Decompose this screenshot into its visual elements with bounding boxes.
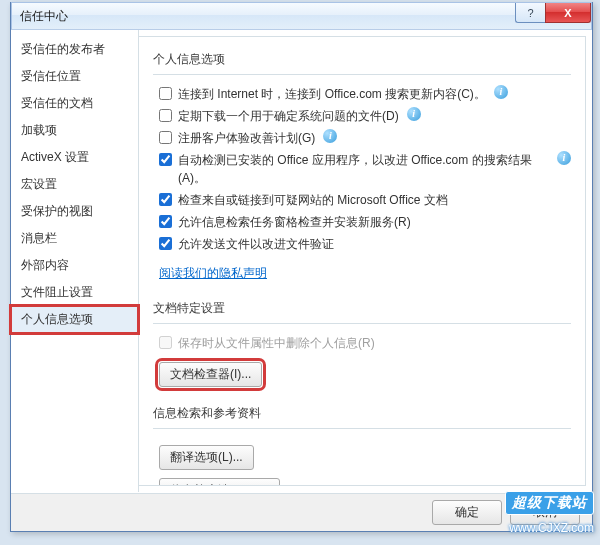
titlebar[interactable]: 信任中心 ? X	[11, 2, 592, 30]
trust-center-window: 信任中心 ? X 受信任的发布者 受信任位置 受信任的文档 加载项 Active…	[10, 2, 593, 532]
sidebar-item-documents[interactable]: 受信任的文档	[11, 90, 138, 117]
checkbox-research-pane[interactable]	[159, 215, 172, 228]
client-area: 受信任的发布者 受信任位置 受信任的文档 加载项 ActiveX 设置 宏设置 …	[11, 30, 592, 492]
section-header-privacy: 个人信息选项	[153, 47, 571, 75]
sidebar-item-protected-view[interactable]: 受保护的视图	[11, 198, 138, 225]
option-auto-detect: 自动检测已安装的 Office 应用程序，以改进 Office.com 的搜索结…	[159, 151, 571, 187]
sidebar-item-locations[interactable]: 受信任位置	[11, 63, 138, 90]
sidebar-item-file-block[interactable]: 文件阻止设置	[11, 279, 138, 306]
sidebar-item-external[interactable]: 外部内容	[11, 252, 138, 279]
info-icon[interactable]: i	[557, 151, 571, 165]
window-buttons: ? X	[515, 3, 591, 23]
sidebar: 受信任的发布者 受信任位置 受信任的文档 加载项 ActiveX 设置 宏设置 …	[11, 30, 139, 492]
label-remove-info: 保存时从文件属性中删除个人信息(R)	[178, 334, 375, 352]
section-header-doc: 文档特定设置	[153, 296, 571, 324]
checkbox-send-files[interactable]	[159, 237, 172, 250]
checkbox-remove-info	[159, 336, 172, 349]
option-ceip: 注册客户体验改善计划(G) i	[159, 129, 571, 147]
ok-button[interactable]: 确定	[432, 500, 502, 525]
content-pane: 个人信息选项 连接到 Internet 时，连接到 Office.com 搜索更…	[139, 36, 586, 486]
option-download-file: 定期下载一个用于确定系统问题的文件(D) i	[159, 107, 571, 125]
info-icon[interactable]: i	[323, 129, 337, 143]
label-auto-detect: 自动检测已安装的 Office 应用程序，以改进 Office.com 的搜索结…	[178, 151, 549, 187]
option-research-pane: 允许信息检索任务窗格检查并安装新服务(R)	[159, 213, 571, 231]
label-connect-office: 连接到 Internet 时，连接到 Office.com 搜索更新内容(C)。	[178, 85, 486, 103]
checkbox-check-suspicious[interactable]	[159, 193, 172, 206]
watermark-badge: 超级下载站	[505, 491, 594, 515]
document-inspector-button[interactable]: 文档检查器(I)...	[159, 362, 262, 387]
label-send-files: 允许发送文件以改进文件验证	[178, 235, 334, 253]
info-icon[interactable]: i	[407, 107, 421, 121]
research-options-button[interactable]: 信息检索选项(H)...	[159, 478, 280, 486]
checkbox-auto-detect[interactable]	[159, 153, 172, 166]
sidebar-item-activex[interactable]: ActiveX 设置	[11, 144, 138, 171]
sidebar-item-privacy[interactable]: 个人信息选项	[11, 306, 138, 333]
checkbox-connect-office[interactable]	[159, 87, 172, 100]
info-icon[interactable]: i	[494, 85, 508, 99]
checkbox-ceip[interactable]	[159, 131, 172, 144]
label-ceip: 注册客户体验改善计划(G)	[178, 129, 315, 147]
sidebar-item-addins[interactable]: 加载项	[11, 117, 138, 144]
close-button[interactable]: X	[545, 3, 591, 23]
watermark-url: www.CJXZ.com	[509, 521, 594, 535]
label-research-pane: 允许信息检索任务窗格检查并安装新服务(R)	[178, 213, 411, 231]
privacy-statement-link[interactable]: 阅读我们的隐私声明	[159, 265, 267, 282]
label-download-file: 定期下载一个用于确定系统问题的文件(D)	[178, 107, 399, 125]
sidebar-item-macro[interactable]: 宏设置	[11, 171, 138, 198]
option-connect-office: 连接到 Internet 时，连接到 Office.com 搜索更新内容(C)。…	[159, 85, 571, 103]
label-check-suspicious: 检查来自或链接到可疑网站的 Microsoft Office 文档	[178, 191, 448, 209]
window-title: 信任中心	[20, 8, 68, 25]
section-header-research: 信息检索和参考资料	[153, 401, 571, 429]
option-send-files: 允许发送文件以改进文件验证	[159, 235, 571, 253]
option-remove-info: 保存时从文件属性中删除个人信息(R)	[159, 334, 571, 352]
translate-options-button[interactable]: 翻译选项(L)...	[159, 445, 254, 470]
help-button[interactable]: ?	[515, 3, 545, 23]
sidebar-item-message-bar[interactable]: 消息栏	[11, 225, 138, 252]
checkbox-download-file[interactable]	[159, 109, 172, 122]
sidebar-item-publishers[interactable]: 受信任的发布者	[11, 36, 138, 63]
option-check-suspicious: 检查来自或链接到可疑网站的 Microsoft Office 文档	[159, 191, 571, 209]
